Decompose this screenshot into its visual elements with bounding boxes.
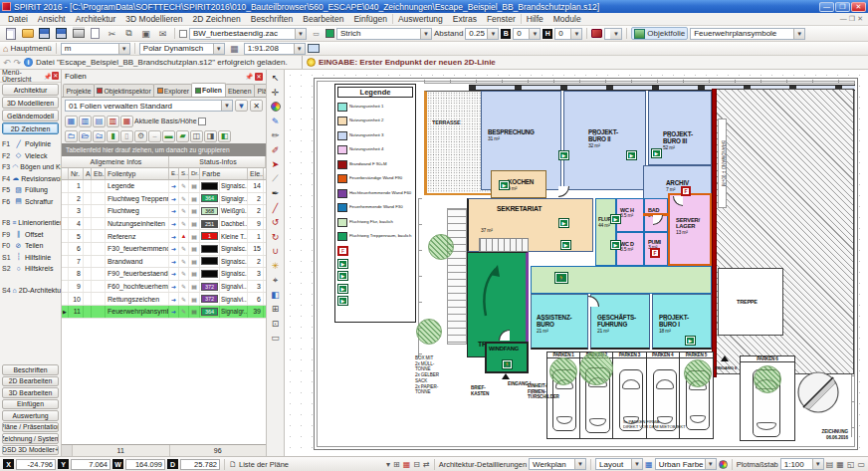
group-by-hint[interactable]: Tabellenfeld hier drauf ziehen, um danac…: [62, 143, 266, 156]
style-checkbox[interactable]: [179, 30, 187, 38]
copy-icon[interactable]: ⧉: [121, 27, 136, 40]
folie-off-icon[interactable]: ▯: [120, 130, 133, 142]
folie-gear-icon[interactable]: ⚙: [134, 130, 147, 142]
new-icon[interactable]: [3, 27, 18, 40]
plan-list-label[interactable]: Liste der Pläne: [239, 460, 289, 469]
tool-hilfslinie[interactable]: S1┆Hilfslinie: [0, 252, 61, 264]
maximize-button[interactable]: ❐: [835, 2, 850, 12]
farbe-combo[interactable]: Urban Farbe▼: [655, 458, 717, 470]
color-chip[interactable]: [201, 270, 218, 278]
tab-objektinspektor[interactable]: Objektinspektor: [94, 84, 154, 97]
print-icon[interactable]: ▤: [189, 306, 200, 318]
magnet-icon[interactable]: ∪: [268, 244, 283, 258]
tab-pl-ne[interactable]: Pläne: [254, 84, 266, 97]
red-pen-icon[interactable]: [591, 29, 602, 38]
menu-auswertung[interactable]: Auswertung: [392, 14, 448, 24]
section-zeichnung-system[interactable]: Zeichnung / System: [2, 433, 59, 444]
mdi-minimize-icon[interactable]: —: [840, 15, 847, 23]
color-chip[interactable]: 372: [201, 295, 218, 303]
screen-icon[interactable]: [308, 44, 320, 53]
panel-close-icon[interactable]: ✕: [255, 73, 263, 81]
edit-icon[interactable]: ✎: [179, 243, 189, 255]
section-dsd-3d-modeller[interactable]: DSD 3D Modeller+: [2, 445, 59, 456]
folie-arch2-icon[interactable]: ◨: [204, 130, 217, 142]
layer-lock-icon[interactable]: ▥: [107, 116, 119, 127]
tool-2d-architektur[interactable]: S4⌂2D-Architektur: [0, 285, 61, 297]
col-header-folientyp[interactable]: Folientyp: [106, 168, 169, 179]
export-icon[interactable]: ➔: [169, 281, 179, 293]
print-icon[interactable]: ▤: [189, 180, 200, 192]
menu-extras[interactable]: Extras: [448, 14, 482, 24]
section-3d-bearbeiten[interactable]: 3D Bearbeiten: [2, 387, 59, 398]
undo-icon[interactable]: ↶: [3, 58, 11, 68]
hauptmenu-label[interactable]: Hauptmenü: [10, 44, 51, 53]
folie-row-f30-feuerhemmend[interactable]: 6F30_feuerhemmend➔✎▤Signalsc...15: [62, 243, 266, 256]
col-header-elemente[interactable]: Ele...: [248, 168, 264, 179]
export-icon[interactable]: ➔: [169, 256, 179, 268]
dropdown-icon[interactable]: ▾: [386, 460, 390, 469]
menu-einf-gen[interactable]: Einfügen: [348, 14, 392, 24]
line-tool-icon[interactable]: ╱: [268, 201, 283, 215]
col-header-a[interactable]: A: [84, 168, 92, 179]
new-window-icon[interactable]: ◱: [847, 460, 855, 469]
export-icon[interactable]: ➔: [169, 180, 179, 192]
zoom-window-icon[interactable]: ⊞: [268, 302, 283, 316]
swap-icon[interactable]: ⇄: [423, 460, 430, 469]
folie-flat-icon[interactable]: ⎯: [148, 130, 161, 142]
save-all-icon[interactable]: [54, 27, 69, 40]
color-wheel-icon[interactable]: [719, 460, 728, 469]
color-chip[interactable]: 372: [201, 283, 218, 291]
menu-datei[interactable]: Datei: [3, 14, 33, 24]
mode-2d-zeichnen[interactable]: 2D Zeichnen: [2, 122, 59, 134]
folie-green3-icon[interactable]: ▰: [176, 130, 189, 142]
folie-arch3-icon[interactable]: ◧: [218, 130, 231, 142]
color-chip[interactable]: 364: [201, 308, 218, 316]
delete-preset-icon[interactable]: ✕: [250, 100, 263, 112]
printer-icon[interactable]: ▤: [826, 460, 834, 469]
print-icon[interactable]: ▤: [189, 268, 200, 280]
save-preset-icon[interactable]: ▼: [235, 100, 248, 112]
menu-beschriften[interactable]: Beschriften: [246, 14, 299, 24]
export-icon[interactable]: ➔: [169, 218, 179, 230]
folie-row-f90-feuerbestaendig[interactable]: 8F90_feuerbestaendig➔✎▤Signalsc...3: [62, 268, 266, 281]
color-wheel-icon[interactable]: [268, 100, 283, 114]
print-icon[interactable]: ▤: [189, 230, 200, 242]
export-icon[interactable]: ➔: [169, 306, 179, 318]
grid-icon[interactable]: ▦: [227, 42, 242, 55]
export-icon[interactable]: ➔: [169, 243, 179, 255]
warning-icon[interactable]: ▲: [179, 230, 189, 242]
menu-bearbeiten[interactable]: Bearbeiten: [298, 14, 348, 24]
save-icon[interactable]: [37, 27, 52, 40]
pen-combo[interactable]: ▼: [604, 28, 622, 40]
color-chip[interactable]: [201, 182, 218, 190]
red-grid-icon[interactable]: ▦: [403, 460, 411, 469]
key-icon[interactable]: ✳: [268, 259, 283, 273]
minimize-button[interactable]: —: [819, 2, 834, 12]
print-icon[interactable]: ▤: [189, 243, 200, 255]
tool-polylinie[interactable]: F1╱Polylinie: [0, 138, 61, 150]
linetype-combo[interactable]: Strich▼: [336, 28, 432, 40]
window-icon[interactable]: ▭: [857, 460, 865, 469]
rotate-right-icon[interactable]: ↻: [268, 230, 283, 244]
col-header-e[interactable]: E...: [169, 168, 179, 179]
objektfolie-combo[interactable]: Feuerwehrplansymbole▼: [690, 28, 805, 40]
mdi-close-icon[interactable]: ✕: [857, 15, 863, 23]
folie-row-brandwand[interactable]: 7Brandwand➔✎▤Signalsc...2: [62, 256, 266, 269]
print-icon[interactable]: ▤: [189, 205, 200, 217]
tab-ebenen[interactable]: Ebenen: [225, 84, 255, 97]
home-icon[interactable]: ⌂: [3, 44, 8, 54]
color-chip[interactable]: [201, 257, 218, 265]
print-icon[interactable]: ▤: [189, 293, 200, 305]
h-combo[interactable]: 0▼: [554, 28, 582, 40]
section-2d-bearbeiten[interactable]: 2D Bearbeiten: [2, 376, 59, 387]
folie-row-nutzungseinheiten[interactable]: 4Nutzungseinheiten➔✎▤251Dachbel...9: [62, 218, 266, 231]
col-header-marker[interactable]: [62, 168, 69, 179]
menu-hilfe[interactable]: Hilfe: [521, 14, 548, 24]
col-header-dr[interactable]: Dr...: [189, 168, 200, 179]
basis-checkbox[interactable]: [198, 118, 206, 125]
mode-3d-modellieren[interactable]: 3D Modellieren: [2, 97, 59, 109]
edit-icon[interactable]: ✎: [179, 306, 189, 318]
folie-row-fluchtweg[interactable]: 3Fluchtweg➔✎▤368Weißgrü...2: [62, 205, 266, 218]
col-header-s[interactable]: S...: [179, 168, 189, 179]
edit-icon[interactable]: ✎: [179, 205, 189, 217]
